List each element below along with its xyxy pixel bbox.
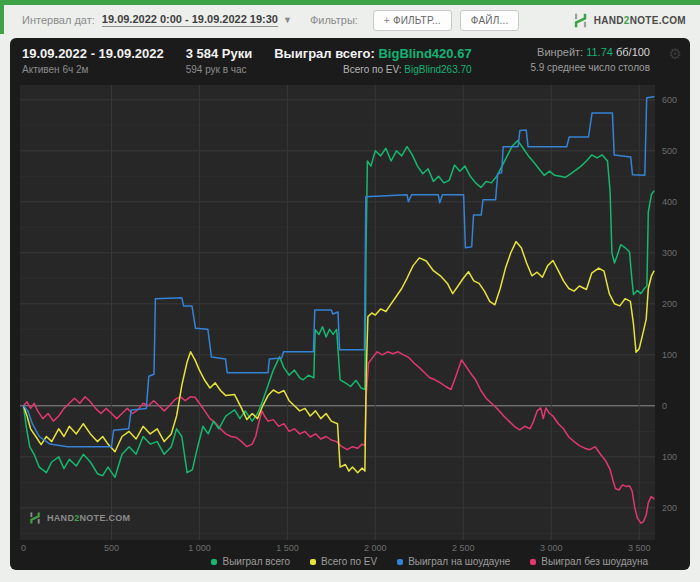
legend-label: Выиграл на шоудауне — [408, 556, 510, 567]
report-header: 19.09.2022 - 19.09.2022 Активен 6ч 2м 3 … — [10, 38, 690, 84]
y-tick-label: 100 — [662, 350, 677, 360]
hands-block: 3 584 Руки 594 рук в час — [186, 46, 253, 75]
y-tick-label: 300 — [662, 248, 677, 258]
report-date-range: 19.09.2022 - 19.09.2022 — [22, 46, 164, 61]
y-tick-label: 100 — [662, 452, 677, 462]
legend-item-total-won[interactable]: Выиграл всего — [211, 556, 290, 567]
x-axis: 05001 0001 5002 0002 5003 0003 500 — [20, 543, 655, 554]
y-tick-label: 600 — [662, 95, 677, 105]
y-tick-label: 200 — [662, 299, 677, 309]
x-tick-label: 3 500 — [628, 543, 651, 553]
legend-label: Выиграл без шоудауна — [541, 556, 648, 567]
settings-gear-icon[interactable]: ⚙ — [669, 46, 682, 61]
hands-count: 3 584 Руки — [186, 46, 253, 61]
avg-tables: 5.9 среднее число столов — [530, 62, 650, 73]
legend-dot-icon — [211, 559, 217, 565]
y-tick-label: 0 — [662, 401, 667, 411]
winnings-chart — [20, 85, 655, 540]
hands-per-hour: 594 рук в час — [186, 64, 253, 75]
hand2note-watermark-text: HAND2NOTE.COM — [47, 513, 130, 523]
x-tick-label: 1 000 — [188, 543, 211, 553]
x-tick-label: 500 — [104, 543, 119, 553]
y-tick-label: 400 — [662, 197, 677, 207]
x-tick-label: 3 000 — [540, 543, 563, 553]
file-button[interactable]: ФАЙЛ... — [460, 10, 520, 31]
y-tick-label: 500 — [662, 146, 677, 156]
hand2note-logo-icon — [572, 12, 589, 29]
legend-item-won-non-showdown[interactable]: Выиграл без шоудауна — [530, 556, 648, 567]
chart-watermark: HAND2NOTE.COM — [28, 511, 130, 525]
legend-label: Всего по EV — [321, 556, 377, 567]
interval-label: Интервал дат: — [22, 14, 95, 26]
date-range-block: 19.09.2022 - 19.09.2022 Активен 6ч 2м — [22, 46, 164, 75]
chart-plot-area[interactable]: HAND2NOTE.COM — [20, 85, 655, 540]
total-won-line — [24, 141, 654, 478]
x-tick-label: 2 000 — [364, 543, 387, 553]
won-ev: Всего по EV: BigBlind263.70 — [274, 64, 471, 75]
legend-dot-icon — [397, 559, 403, 565]
x-tick-label: 1 500 — [276, 543, 299, 553]
report-panel: 19.09.2022 - 19.09.2022 Активен 6ч 2м 3 … — [10, 38, 690, 570]
winrate-block: Винрейт: 11.74 бб/100 5.9 среднее число … — [530, 46, 650, 73]
hand2note-logo-text: HAND2NOTE.COM — [594, 15, 686, 26]
winrate: Винрейт: 11.74 бб/100 — [530, 46, 650, 58]
y-tick-label: 200 — [662, 503, 677, 513]
x-tick-label: 0 — [21, 543, 26, 553]
legend-item-total-ev[interactable]: Всего по EV — [310, 556, 377, 567]
date-interval-control[interactable]: 19.09.2022 0:00 - 19.09.2022 19:30 — [102, 13, 278, 27]
legend-dot-icon — [530, 559, 536, 565]
hand2note-logo: HAND2NOTE.COM — [572, 12, 686, 29]
add-filter-button[interactable]: +ФИЛЬТР... — [373, 10, 452, 31]
legend: Выиграл всегоВсего по EVВыиграл на шоуда… — [211, 556, 648, 567]
legend-item-won-showdown[interactable]: Выиграл на шоудауне — [397, 556, 510, 567]
legend-label: Выиграл всего — [222, 556, 290, 567]
x-tick-label: 2 500 — [452, 543, 475, 553]
hand2note-watermark-icon — [28, 511, 42, 525]
chevron-down-icon[interactable]: ▼ — [283, 15, 292, 25]
active-time: Активен 6ч 2м — [22, 64, 164, 75]
toolbar: Интервал дат: 19.09.2022 0:00 - 19.09.20… — [0, 5, 700, 35]
winnings-block: Выиграл всего: BigBlind420.67 Всего по E… — [274, 46, 471, 75]
plus-icon: + — [384, 15, 390, 26]
won-total: Выиграл всего: BigBlind420.67 — [274, 46, 471, 61]
filters-label: Фильтры: — [310, 14, 358, 26]
legend-dot-icon — [310, 559, 316, 565]
y-axis: 6005004003002001000100200 — [658, 85, 688, 540]
